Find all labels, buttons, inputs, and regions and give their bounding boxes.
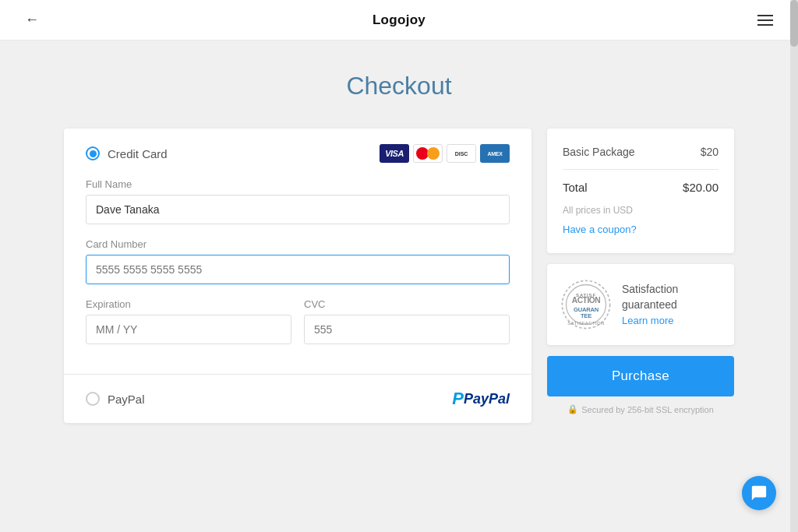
total-label: Total	[563, 181, 588, 194]
total-value: $20.00	[683, 181, 719, 194]
scrollbar-thumb[interactable]	[790, 0, 798, 47]
secure-note: 🔒 Secured by 256-bit SSL encryption	[547, 404, 734, 414]
discover-icon: DISC	[447, 144, 476, 163]
coupon-link[interactable]: Have a coupon?	[563, 224, 637, 235]
guarantee-box: SATISF ACTION GUARAN TEE SATISFACTION Sa…	[547, 264, 734, 345]
svg-text:ACTION: ACTION	[572, 296, 601, 305]
expiration-group: Expiration	[86, 298, 291, 344]
scrollbar[interactable]	[790, 0, 798, 532]
card-number-group: Card Number	[86, 238, 510, 284]
card-number-input[interactable]	[86, 255, 510, 284]
guarantee-stamp: SATISF ACTION GUARAN TEE SATISFACTION	[560, 278, 613, 331]
svg-text:TEE: TEE	[581, 312, 591, 319]
expiry-cvc-row: Expiration CVC	[86, 298, 510, 358]
purchase-button[interactable]: Purchase	[547, 356, 734, 396]
left-panel: Credit Card VISA DISC AMEX	[64, 129, 531, 423]
lock-icon: 🔒	[567, 404, 578, 414]
amex-icon: AMEX	[480, 144, 510, 163]
learn-more-link[interactable]: Learn more	[622, 315, 673, 326]
svg-text:GUARAN: GUARAN	[574, 306, 598, 313]
summary-divider	[563, 169, 719, 170]
card-number-label: Card Number	[86, 238, 510, 250]
paypal-radio[interactable]	[86, 392, 100, 406]
expiration-label: Expiration	[86, 298, 291, 310]
cvc-input[interactable]	[304, 315, 510, 344]
header: ← Logojoy	[0, 0, 798, 41]
right-panel: Basic Package $20 Total $20.00 All price…	[547, 129, 734, 414]
page-title: Checkout	[64, 72, 734, 100]
paypal-section: PayPal P PayPal	[64, 375, 531, 423]
secure-text: Secured by 256-bit SSL encryption	[581, 405, 714, 414]
chat-icon	[750, 484, 768, 502]
checkout-layout: Credit Card VISA DISC AMEX	[64, 129, 734, 423]
menu-button[interactable]	[751, 12, 779, 29]
chat-button[interactable]	[742, 476, 776, 510]
mastercard-icon	[413, 144, 443, 163]
paypal-logo: P PayPal	[452, 389, 510, 409]
package-label: Basic Package	[563, 146, 635, 158]
credit-card-radio[interactable]	[86, 146, 100, 160]
svg-text:SATISFACTION: SATISFACTION	[567, 321, 605, 326]
credit-card-label: Credit Card	[108, 147, 168, 160]
order-summary: Basic Package $20 Total $20.00 All price…	[547, 129, 734, 253]
package-row: Basic Package $20	[563, 146, 719, 158]
full-name-label: Full Name	[86, 178, 510, 190]
credit-card-label-row: Credit Card	[86, 146, 168, 160]
package-price: $20	[701, 146, 719, 158]
paypal-label: PayPal	[108, 393, 145, 406]
visa-icon: VISA	[380, 144, 409, 163]
app-title: Logojoy	[373, 12, 425, 28]
page-content: Checkout Credit Card VISA	[48, 41, 750, 454]
full-name-input[interactable]	[86, 195, 510, 224]
expiration-input[interactable]	[86, 315, 291, 344]
credit-card-section: Credit Card VISA DISC AMEX	[64, 129, 531, 375]
cvc-label: CVC	[304, 298, 510, 310]
currency-note: All prices in USD	[563, 205, 719, 216]
guarantee-text: Satisfactionguaranteed Learn more	[622, 282, 722, 326]
cvc-group: CVC	[304, 298, 510, 344]
full-name-group: Full Name	[86, 178, 510, 224]
guarantee-title: Satisfactionguaranteed	[622, 282, 722, 312]
card-icons: VISA DISC AMEX	[380, 144, 510, 163]
credit-card-header: Credit Card VISA DISC AMEX	[86, 144, 510, 163]
paypal-label-row: PayPal	[86, 392, 145, 406]
back-button[interactable]: ←	[19, 9, 45, 31]
total-row: Total $20.00	[563, 181, 719, 194]
